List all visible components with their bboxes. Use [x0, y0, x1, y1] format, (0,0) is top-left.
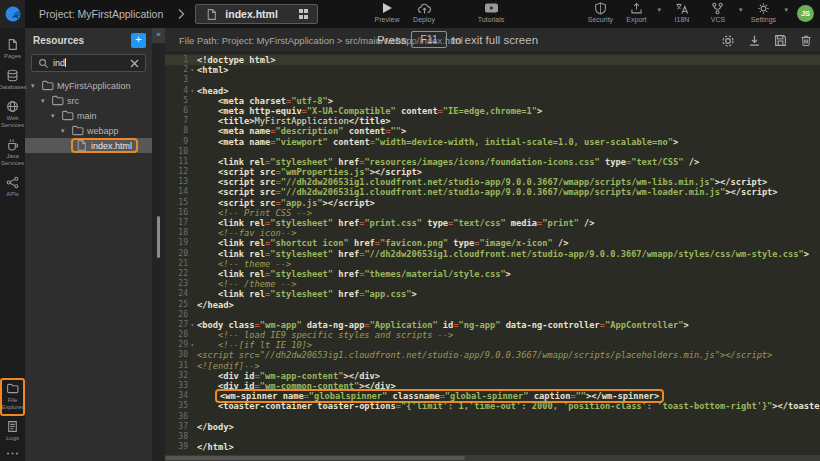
line-number[interactable]: 33 [165, 381, 191, 391]
sidebar-item-web-services[interactable]: Web Services [0, 96, 25, 134]
caret-down-icon[interactable]: ▾ [31, 82, 38, 90]
line-number[interactable]: 19 [165, 238, 191, 248]
vcs-button[interactable]: VCS [703, 2, 733, 23]
line-number[interactable]: 13 [165, 177, 191, 187]
line-number[interactable]: 30 [165, 350, 191, 360]
fold-toggle-icon[interactable]: ▾ [190, 320, 194, 330]
line-number[interactable]: 3 [165, 75, 191, 85]
code-line: 8 <meta name="description" content=""> [165, 126, 820, 136]
line-number[interactable]: 1 [165, 55, 191, 65]
line-number[interactable]: 7 [165, 116, 191, 126]
tree-row-myfirstapplication[interactable]: ▾MyFirstApplication [25, 78, 152, 93]
code-line: 26 [165, 310, 820, 320]
grid-view-icon[interactable] [299, 9, 309, 19]
fold-toggle-icon[interactable]: ▾ [190, 86, 194, 96]
line-number[interactable]: 26 [165, 310, 191, 320]
caret-down-icon[interactable]: ▾ [41, 97, 48, 105]
line-number[interactable]: 36 [165, 412, 191, 422]
resource-search-input[interactable]: ind [31, 54, 146, 72]
scrollbar-thumb[interactable] [165, 456, 465, 460]
code-text: <script src="//dh2dw20653ig1.cloudfront.… [191, 350, 772, 360]
line-number[interactable]: 39 [165, 442, 191, 452]
line-number[interactable]: 2▾ [165, 65, 191, 75]
tree-row-index.html[interactable]: index.html [25, 138, 152, 153]
user-avatar[interactable]: JS [797, 5, 814, 22]
download-file-icon[interactable] [748, 34, 761, 47]
sidebar-item-file-explorer[interactable]: File Explorer [0, 378, 25, 416]
security-button[interactable]: Security [585, 2, 615, 23]
export-chevron-down-icon[interactable]: ▾ [657, 6, 661, 14]
line-number[interactable]: 11 [165, 157, 191, 167]
database-icon [6, 69, 19, 82]
line-number[interactable]: 32 [165, 371, 191, 381]
sidebar-item-databases[interactable]: Databases [0, 65, 25, 96]
code-line: 23 <!-- /theme --> [165, 279, 820, 289]
splitter-drag-handle[interactable] [157, 216, 160, 258]
line-number[interactable]: 23 [165, 279, 191, 289]
line-number[interactable]: 22 [165, 269, 191, 279]
sidebar-item-pages[interactable]: Pages [0, 34, 25, 65]
vcs-chevron-down-icon[interactable]: ▾ [739, 6, 743, 14]
code-line: 27▾<body class="wm-app" data-ng-app="App… [165, 320, 820, 330]
preview-button[interactable]: Preview [372, 2, 402, 23]
line-number[interactable]: 35 [165, 401, 191, 411]
line-number[interactable]: 28 [165, 330, 191, 340]
line-number[interactable]: 25 [165, 300, 191, 310]
panel-splitter[interactable]: « [152, 28, 165, 461]
line-number[interactable]: 27▾ [165, 320, 191, 330]
line-number[interactable]: 29▾ [165, 340, 191, 350]
tree-row-webapp[interactable]: ▾webapp [25, 123, 152, 138]
line-number[interactable]: 18 [165, 228, 191, 238]
line-number[interactable]: 21 [165, 259, 191, 269]
coffee-icon [6, 138, 19, 151]
line-number[interactable]: 16 [165, 208, 191, 218]
tree-row-src[interactable]: ▾src [25, 93, 152, 108]
sidebar-item-label: Pages [4, 53, 21, 60]
tutorials-button[interactable]: Tutorials [476, 2, 506, 23]
code-editor[interactable]: 1<!doctype html>2▾<html>34▾<head>5 <meta… [165, 53, 820, 461]
line-number[interactable]: 6 [165, 106, 191, 116]
line-number[interactable]: 4▾ [165, 86, 191, 96]
line-number[interactable]: 5 [165, 96, 191, 106]
line-number[interactable]: 20 [165, 249, 191, 259]
add-resource-button[interactable]: + [131, 33, 146, 48]
collapse-panel-button[interactable]: « [152, 28, 165, 43]
line-number[interactable]: 38 [165, 432, 191, 442]
caret-down-icon[interactable]: ▾ [51, 112, 58, 120]
line-number[interactable]: 10 [165, 147, 191, 157]
sidebar-item-more[interactable] [0, 447, 25, 461]
code-text: <link rel="stylesheet" href="resources/i… [191, 157, 699, 167]
code-text: <meta charset="utf-8"> [191, 96, 333, 106]
sidebar-item-apis[interactable]: APIs [0, 172, 25, 203]
save-file-icon[interactable] [774, 34, 787, 47]
settings-chevron-down-icon[interactable]: ▾ [784, 6, 788, 14]
line-number[interactable]: 31 [165, 361, 191, 371]
i18n-button[interactable]: I18N [667, 2, 697, 23]
open-file-tab[interactable]: index.html [195, 4, 318, 24]
horizontal-scrollbar[interactable] [165, 455, 820, 461]
deploy-button[interactable]: Deploy [409, 2, 439, 23]
file-settings-gear-icon[interactable] [721, 34, 735, 48]
delete-file-icon[interactable] [800, 34, 812, 47]
line-number[interactable]: 14 [165, 187, 191, 197]
fold-toggle-icon[interactable]: ▾ [190, 340, 194, 350]
line-number[interactable]: 15 [165, 198, 191, 208]
line-number[interactable]: 37 [165, 422, 191, 432]
sidebar-item-logs[interactable]: Logs [0, 416, 25, 447]
line-number[interactable]: 24 [165, 289, 191, 299]
fold-toggle-icon[interactable]: ▾ [190, 65, 194, 75]
code-text: <!-- Print CSS --> [191, 208, 312, 218]
line-number[interactable]: 12 [165, 167, 191, 177]
line-number[interactable]: 34 [165, 391, 191, 401]
line-number[interactable]: 8 [165, 126, 191, 136]
app-logo[interactable] [0, 0, 25, 28]
top-header-bar: Project: MyFirstApplication index.html P… [0, 0, 820, 28]
line-number[interactable]: 9 [165, 137, 191, 147]
sidebar-item-java-services[interactable]: Java Services [0, 134, 25, 172]
caret-down-icon[interactable]: ▾ [61, 127, 68, 135]
export-button[interactable]: Export [621, 2, 651, 23]
settings-button[interactable]: Settings [748, 2, 778, 23]
clear-search-icon[interactable] [130, 59, 139, 68]
line-number[interactable]: 17 [165, 218, 191, 228]
tree-row-main[interactable]: ▾main [25, 108, 152, 123]
